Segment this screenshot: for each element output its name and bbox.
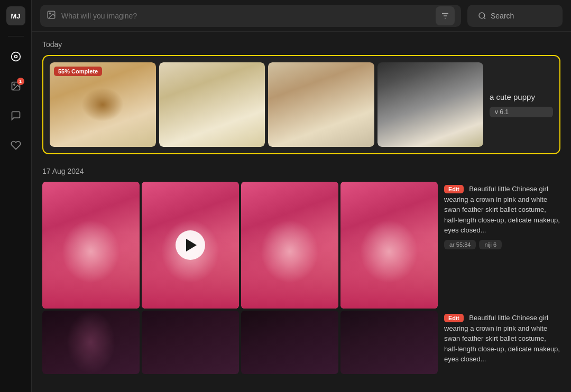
ballet-image-4[interactable]: [340, 182, 438, 309]
today-section: Today 55% Complete: [42, 40, 560, 154]
ballet-image-2[interactable]: [142, 182, 239, 309]
ballet-dark-image-3[interactable]: [241, 311, 338, 374]
play-button[interactable]: [176, 230, 205, 260]
puppy-image-1[interactable]: 55% Complete: [50, 62, 156, 147]
edit-badge-1[interactable]: Edit: [444, 185, 464, 193]
sidebar: MJ 1: [0, 0, 32, 392]
edit-badge-2[interactable]: Edit: [444, 314, 464, 322]
search-button[interactable]: Search: [467, 5, 563, 27]
meta-tags-1: ar 55:84 niji 6: [444, 240, 560, 249]
filter-button[interactable]: [436, 6, 455, 25]
play-icon: [186, 239, 197, 251]
ballet-row-2: Edit Beautiful little Chinese girl weari…: [42, 311, 560, 374]
job-version-badge: v 6.1: [490, 107, 553, 117]
svg-point-9: [479, 13, 485, 18]
content-area: Today 55% Complete: [32, 32, 571, 392]
main-area: Search Today 55% Complete: [32, 0, 571, 392]
sidebar-item-images[interactable]: 1: [6, 77, 25, 96]
svg-point-0: [11, 52, 20, 61]
sidebar-item-likes[interactable]: [6, 136, 25, 155]
aug-date-label: 17 Aug 2024: [42, 167, 560, 175]
ballet-dark-image-4[interactable]: [340, 311, 438, 374]
meta-tag-niji: niji 6: [479, 240, 502, 249]
ballet-row-1: Edit Beautiful little Chinese girl weari…: [42, 182, 560, 309]
sidebar-item-explore[interactable]: [6, 47, 25, 66]
ballet-dark-image-2[interactable]: [142, 311, 239, 374]
ballet-image-3[interactable]: [241, 182, 338, 309]
job-meta: a cute puppy v 6.1: [490, 62, 553, 147]
ballet-images-group-1: [42, 182, 438, 309]
ballet-row-2-meta: Edit Beautiful little Chinese girl weari…: [444, 311, 560, 374]
puppy-image-4[interactable]: [377, 62, 484, 147]
progress-badge: 55% Complete: [54, 67, 102, 76]
header: Search: [32, 0, 571, 32]
ballet-images-group-2: [42, 311, 438, 374]
prompt-input[interactable]: [61, 12, 430, 20]
job-images: 55% Complete: [50, 62, 483, 147]
sidebar-item-messages[interactable]: [6, 106, 25, 125]
image-icon: [47, 10, 56, 22]
search-label: Search: [491, 12, 514, 20]
ballet-image-1[interactable]: [42, 182, 140, 309]
sidebar-divider: [8, 36, 24, 36]
job-card: 55% Complete a cute pu: [42, 55, 560, 154]
puppy-image-2[interactable]: [159, 62, 265, 147]
svg-point-3: [13, 84, 14, 86]
job-prompt-text: a cute puppy: [490, 92, 553, 101]
ballet-row-1-meta: Edit Beautiful little Chinese girl weari…: [444, 182, 560, 309]
svg-point-5: [49, 13, 50, 14]
puppy-image-3[interactable]: [268, 62, 374, 147]
app-logo[interactable]: MJ: [6, 6, 25, 25]
today-title: Today: [42, 40, 560, 49]
meta-tag-ar: ar 55:84: [444, 240, 476, 249]
prompt-input-area[interactable]: [40, 5, 461, 27]
aug-section: 17 Aug 2024: [42, 167, 560, 374]
ballet-row-2-prompt-line: Edit Beautiful little Chinese girl weari…: [444, 313, 560, 365]
ballet-row-1-prompt-line: Edit Beautiful little Chinese girl weari…: [444, 184, 560, 236]
notification-badge: 1: [17, 78, 24, 85]
svg-point-1: [14, 55, 17, 58]
svg-line-10: [484, 17, 485, 19]
ballet-dark-image-1[interactable]: [42, 311, 140, 374]
